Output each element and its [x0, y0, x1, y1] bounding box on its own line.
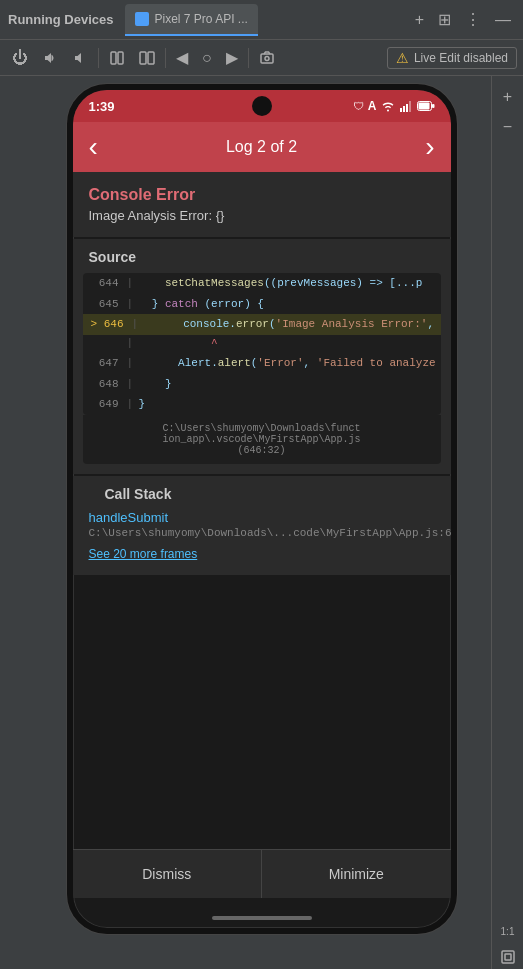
toolbar: ⏻ ◀ ○ ▶ ⚠ Live Edit disabled — [0, 40, 523, 76]
line-number: 644 — [91, 275, 119, 292]
battery-icon — [417, 101, 435, 111]
line-bar: | — [127, 355, 139, 372]
back-button[interactable]: ◀ — [170, 44, 194, 71]
status-time: 1:39 — [89, 99, 115, 114]
top-bar: Running Devices Pixel 7 Pro API ... + ⊞ … — [0, 0, 523, 40]
tab-device-icon — [135, 12, 149, 26]
line-bar: | — [127, 275, 139, 292]
code-content: console.error('Image Analysis Error:', — [144, 316, 435, 333]
status-icons: 🛡 A — [353, 99, 435, 113]
line-bar: | — [127, 335, 139, 352]
dismiss-button[interactable]: Dismiss — [73, 850, 263, 898]
svg-rect-14 — [505, 954, 511, 960]
more-button[interactable]: ⋮ — [461, 8, 485, 31]
warning-icon: ⚠ — [396, 50, 409, 66]
phone-wrapper: 1:39 🛡 A — [0, 76, 523, 969]
forward-button[interactable]: ▶ — [220, 44, 244, 71]
svg-rect-9 — [409, 101, 411, 112]
svg-rect-2 — [140, 52, 146, 64]
svg-rect-11 — [418, 103, 429, 110]
app-topbar-title: Log 2 of 2 — [226, 138, 297, 156]
code-line-647: 647 | Alert.alert('Error', 'Failed to an… — [83, 353, 441, 374]
call-stack-function: handleSubmit — [89, 510, 435, 525]
volume-down-button[interactable] — [66, 46, 94, 70]
shield-icon: 🛡 — [353, 100, 364, 112]
line-number: 645 — [91, 296, 119, 313]
app-topbar: ‹ Log 2 of 2 › — [73, 122, 451, 172]
pixel-tab[interactable]: Pixel 7 Pro API ... — [125, 4, 257, 36]
svg-rect-6 — [400, 108, 402, 112]
line-number: 648 — [91, 376, 119, 393]
error-message: Image Analysis Error: {} — [89, 208, 435, 223]
fold-button[interactable] — [133, 46, 161, 70]
code-line-644: 644 | setChatMessages((prevMessages) => … — [83, 273, 441, 294]
zoom-level: 1:1 — [501, 926, 515, 937]
line-bar: | — [127, 376, 139, 393]
call-stack-section: Call Stack handleSubmit C:\Users\shumyom… — [73, 476, 451, 575]
call-stack-title: Call Stack — [89, 486, 435, 510]
live-edit-badge: ⚠ Live Edit disabled — [387, 47, 517, 69]
wifi-icon — [381, 100, 395, 112]
see-more-frames[interactable]: See 20 more frames — [89, 547, 435, 561]
running-devices-title: Running Devices — [8, 12, 113, 27]
fit-icon — [500, 949, 516, 965]
live-edit-label: Live Edit disabled — [414, 51, 508, 65]
call-stack-path: C:\Users\shumyomy\Downloads\...code\MyFi… — [89, 527, 435, 539]
a-icon: A — [368, 99, 377, 113]
svg-rect-4 — [261, 54, 273, 63]
separator-2 — [165, 48, 166, 68]
camera-notch — [252, 96, 272, 116]
fit-button[interactable] — [496, 945, 520, 969]
svg-rect-0 — [111, 52, 116, 64]
code-line-648: 648 | } — [83, 374, 441, 395]
home-indicator — [212, 916, 312, 920]
source-section: Source 644 | setChatMessages((prevMessag… — [73, 239, 451, 474]
svg-rect-12 — [432, 104, 435, 108]
code-caret-line: | ^ — [83, 335, 441, 354]
line-bar: | — [127, 296, 139, 313]
line-number: > 646 — [91, 316, 124, 333]
line-bar: | — [127, 396, 139, 413]
code-content: setChatMessages((prevMessages) => [...p — [139, 275, 433, 292]
code-line-649: 649 | } — [83, 394, 441, 415]
line-bar: | — [132, 316, 144, 333]
forward-chevron[interactable]: › — [425, 131, 434, 163]
minimize-button[interactable]: — — [491, 9, 515, 31]
code-block: 644 | setChatMessages((prevMessages) => … — [83, 273, 441, 415]
code-content: } catch (error) { — [139, 296, 433, 313]
power-button[interactable]: ⏻ — [6, 45, 34, 71]
zoom-in-button[interactable]: + — [499, 84, 516, 110]
separator-3 — [248, 48, 249, 68]
minimize-button[interactable]: Minimize — [262, 850, 451, 898]
source-title: Source — [73, 249, 451, 273]
svg-rect-3 — [148, 52, 154, 64]
svg-rect-7 — [403, 106, 405, 112]
status-bar: 1:39 🛡 A — [73, 90, 451, 122]
tab-actions: + ⊞ ⋮ — — [411, 8, 515, 31]
code-caret: ^ — [139, 335, 433, 352]
signal-icon — [399, 100, 413, 112]
right-sidebar: + − 1:1 — [491, 76, 523, 969]
svg-rect-8 — [406, 104, 408, 112]
code-line-646: > 646 | console.error('Image Analysis Er… — [83, 314, 441, 335]
volume-up-button[interactable] — [36, 46, 64, 70]
add-tab-button[interactable]: + — [411, 9, 428, 31]
svg-point-5 — [265, 56, 269, 60]
home-button[interactable]: ○ — [196, 45, 218, 71]
code-line-645: 645 | } catch (error) { — [83, 294, 441, 315]
screenshot-button[interactable] — [253, 46, 281, 70]
error-title: Console Error — [89, 186, 435, 204]
svg-rect-13 — [502, 951, 514, 963]
code-content: Alert.alert('Error', 'Failed to analyze — [139, 355, 436, 372]
code-content: } — [139, 376, 433, 393]
bottom-actions: Dismiss Minimize — [73, 849, 451, 898]
separator-1 — [98, 48, 99, 68]
line-number: 649 — [91, 396, 119, 413]
layout-button[interactable]: ⊞ — [434, 8, 455, 31]
code-content: } — [139, 396, 433, 413]
file-path: C:\Users\shumyomy\Downloads\function_app… — [83, 415, 441, 464]
back-chevron[interactable]: ‹ — [89, 131, 98, 163]
tab-label: Pixel 7 Pro API ... — [154, 12, 247, 26]
layout-view-button[interactable] — [103, 46, 131, 70]
zoom-out-button[interactable]: − — [499, 114, 516, 140]
